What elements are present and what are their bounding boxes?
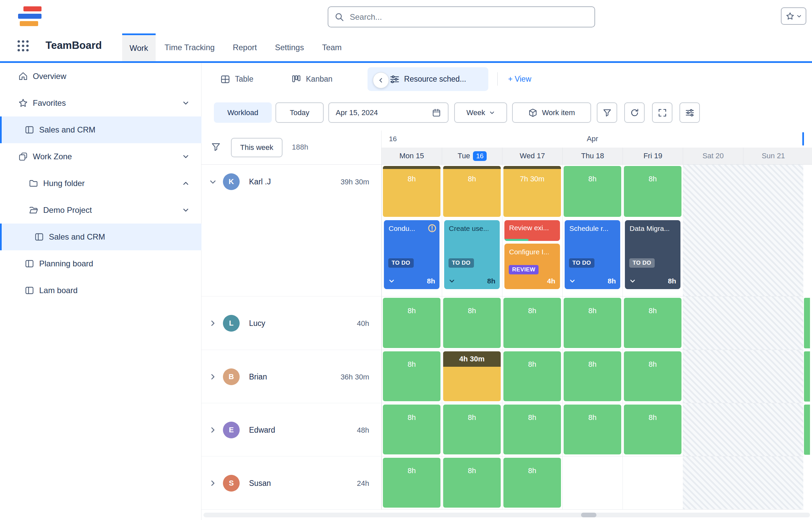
nav-tab-settings[interactable]: Settings: [266, 33, 313, 61]
member-total-hours: 24h: [357, 479, 369, 488]
workload-bar-thu[interactable]: 8h: [564, 405, 621, 454]
member-total-hours: 39h 30m: [340, 178, 369, 186]
workload-bar-fri[interactable]: 8h: [624, 405, 682, 454]
workload-bar-fri[interactable]: 8h: [624, 352, 682, 401]
workload-bar-fri[interactable]: 8h: [624, 166, 682, 217]
sidebar: Overview Favorites Sales and CRM Work Zo…: [0, 63, 202, 520]
sidebar-item-planning-board[interactable]: Planning board: [0, 250, 202, 277]
chevron-right-icon[interactable]: [209, 426, 217, 434]
folder-icon: [28, 178, 39, 188]
calendar-icon: [432, 108, 441, 118]
add-view-button[interactable]: + View: [508, 67, 531, 91]
chevron-down-icon[interactable]: [569, 278, 576, 284]
chevron-down-icon[interactable]: [182, 99, 189, 107]
nav-tab-work[interactable]: Work: [122, 33, 156, 61]
task-card-configure[interactable]: Configure I... REVIEW 4h: [504, 243, 560, 289]
sidebar-item-sales-and-crm-favorite[interactable]: Sales and CRM: [0, 116, 202, 143]
member-total-hours: 48h: [357, 426, 369, 435]
chevron-right-icon[interactable]: [209, 479, 217, 487]
sidebar-item-sales-and-crm-board[interactable]: Sales and CRM: [0, 224, 202, 250]
nav-tab-team[interactable]: Team: [313, 33, 351, 61]
funnel-icon[interactable]: [211, 142, 221, 152]
workload-bar-wed[interactable]: 8h: [503, 458, 561, 508]
next-week-bar-sliver: [804, 352, 810, 401]
day-header-wed: Wed 17: [502, 148, 562, 164]
chevron-down-icon[interactable]: [449, 278, 455, 284]
resource-cell: L Lucy 40h: [202, 296, 382, 350]
favorite-split-button[interactable]: [781, 7, 806, 25]
task-card-conduct[interactable]: Condu... TO DO 8h: [384, 220, 439, 289]
search-input[interactable]: [349, 12, 588, 22]
funnel-icon: [603, 108, 612, 118]
resource-cell: E Edward 48h: [202, 403, 382, 457]
sidebar-item-lam-board[interactable]: Lam board: [0, 277, 202, 304]
view-tab-table[interactable]: Table: [220, 67, 253, 91]
sidebar-item-favorites[interactable]: Favorites: [0, 90, 202, 116]
task-card-schedule[interactable]: Schedule r... TO DO 8h: [565, 220, 620, 289]
workload-bar-thu[interactable]: 8h: [564, 166, 621, 217]
workload-bar-wed[interactable]: 7h 30m: [503, 166, 561, 217]
range-select[interactable]: Week: [454, 102, 507, 123]
settings-sliders-button[interactable]: [680, 102, 700, 123]
task-card-data-migration[interactable]: Data Migra... TO DO 8h: [625, 220, 681, 289]
sidebar-item-overview[interactable]: Overview: [0, 63, 202, 90]
app-switcher-icon[interactable]: [15, 37, 31, 54]
filter-button[interactable]: [597, 102, 617, 123]
regular-segment: [443, 367, 501, 401]
chevron-down-icon[interactable]: [182, 206, 189, 214]
chevron-down-icon[interactable]: [629, 278, 636, 284]
nav-tab-time-tracking[interactable]: Time Tracking: [156, 33, 224, 61]
horizontal-scrollbar-thumb[interactable]: [581, 513, 597, 517]
progress-bar: [504, 239, 529, 241]
chevron-down-icon[interactable]: [209, 178, 217, 186]
task-card-review-existing[interactable]: Review exi...: [504, 220, 560, 241]
sidebar-item-work-zone[interactable]: Work Zone: [0, 143, 202, 170]
schedule-row-edward: 8h 8h 8h 8h 8h E Edward 48h: [202, 403, 812, 457]
sidebar-item-demo-project[interactable]: Demo Project: [0, 197, 202, 224]
workload-bar-tue[interactable]: 8h: [443, 458, 501, 508]
workload-bar-tue[interactable]: 8h: [443, 405, 501, 454]
chevron-right-icon[interactable]: [209, 373, 217, 381]
workload-bar-tue[interactable]: 4h 30m: [443, 352, 501, 401]
workload-toggle-button[interactable]: Workload: [214, 102, 272, 123]
workload-bar-fri[interactable]: 8h: [624, 298, 682, 348]
workload-bar-thu[interactable]: 8h: [564, 352, 621, 401]
today-button[interactable]: Today: [276, 102, 324, 123]
logo-bar-blue: [18, 14, 42, 19]
schedule-row-brian: 8h 4h 30m 8h 8h 8h B Brian 36h 30m: [202, 350, 812, 403]
board-icon: [34, 232, 44, 242]
workload-bar-wed[interactable]: 8h: [503, 405, 561, 454]
day-header-sat: Sat 20: [683, 148, 743, 164]
primary-nav: Work Time Tracking Report Settings Team: [122, 33, 351, 61]
collapse-panel-button[interactable]: [373, 72, 389, 88]
sidebar-item-hung-folder[interactable]: Hung folder: [0, 170, 202, 197]
workload-bar-mon[interactable]: 8h: [383, 458, 440, 508]
work-item-button[interactable]: Work item: [512, 102, 591, 123]
day-header-fri: Fri 19: [623, 148, 683, 164]
workload-bar-wed[interactable]: 8h: [503, 298, 561, 348]
workload-bar-tue[interactable]: 8h: [443, 298, 501, 348]
nav-tab-report[interactable]: Report: [224, 33, 266, 61]
chevron-down-icon[interactable]: [182, 153, 189, 160]
workload-bar-mon[interactable]: 8h: [383, 298, 440, 348]
chevron-up-icon[interactable]: [182, 180, 189, 187]
this-week-button[interactable]: This week: [231, 138, 282, 157]
workload-bar-tue[interactable]: 8h: [443, 166, 501, 217]
chevron-right-icon[interactable]: [209, 319, 217, 327]
selected-day-badge: 16: [473, 151, 486, 161]
weekend-shade: [683, 296, 803, 350]
refresh-button[interactable]: [624, 102, 645, 123]
date-picker[interactable]: Apr 15, 2024: [328, 102, 449, 123]
workload-bar-mon[interactable]: 8h: [383, 352, 440, 401]
home-icon: [18, 71, 28, 81]
member-name: Brian: [249, 372, 267, 382]
workload-bar-thu[interactable]: 8h: [564, 298, 621, 348]
workload-bar-mon[interactable]: 8h: [383, 405, 440, 454]
task-card-create-user[interactable]: Create use... TO DO 8h: [444, 220, 500, 289]
table-icon: [220, 74, 230, 84]
view-tab-kanban[interactable]: Kanban: [291, 67, 332, 91]
fullscreen-button[interactable]: [652, 102, 673, 123]
workload-bar-wed[interactable]: 8h: [503, 352, 561, 401]
workload-bar-mon[interactable]: 8h: [383, 166, 440, 217]
chevron-down-icon[interactable]: [388, 278, 395, 284]
